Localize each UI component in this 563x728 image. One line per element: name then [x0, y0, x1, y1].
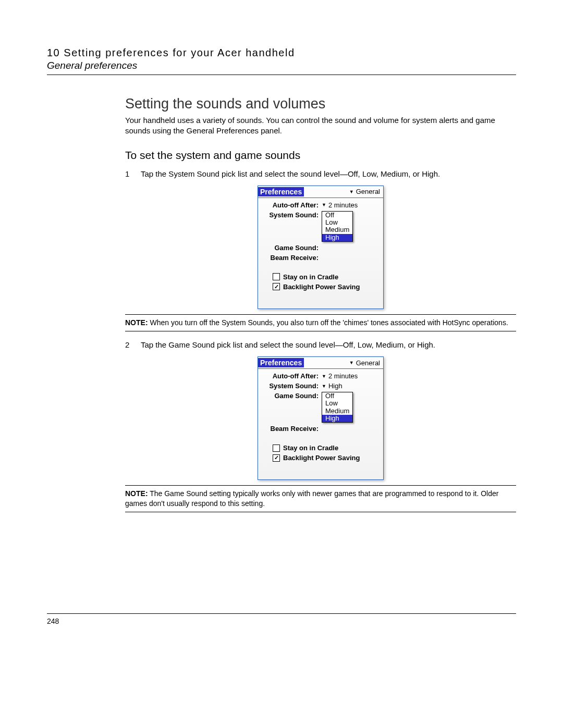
picklist-option-medium[interactable]: Medium — [322, 226, 352, 233]
preferences-panel-1: Preferences ▼ General Auto-off After: ▼ … — [258, 186, 384, 309]
page-footer: 248 — [47, 613, 516, 625]
backlight-checkbox[interactable]: ✓ Backlight Power Saving — [273, 454, 379, 462]
step-1: 1 Tap the System Sound pick list and sel… — [125, 169, 516, 179]
step-1-number: 1 — [125, 169, 141, 179]
note-1-label: NOTE: — [125, 318, 148, 327]
backlight-label: Backlight Power Saving — [283, 283, 360, 291]
chevron-down-icon: ▼ — [349, 189, 354, 194]
category-picker[interactable]: ▼ General — [349, 359, 380, 367]
beam-receive-label: Beam Receive: — [262, 254, 322, 262]
note-2-text: The Game Sound setting typically works o… — [125, 489, 498, 508]
divider — [125, 314, 516, 315]
system-sound-picker[interactable]: ▼ High — [322, 382, 342, 390]
chevron-down-icon: ▼ — [322, 384, 326, 389]
step-1-text: Tap the System Sound pick list and selec… — [141, 169, 516, 179]
picklist-option-low[interactable]: Low — [322, 400, 352, 407]
autooff-picker[interactable]: ▼ 2 minutes — [322, 372, 358, 380]
game-sound-picklist[interactable]: Off Low Medium High — [322, 392, 353, 423]
autooff-value: 2 minutes — [328, 201, 358, 209]
stay-in-cradle-checkbox[interactable]: Stay on in Cradle — [273, 444, 379, 452]
autooff-label: Auto-off After: — [262, 201, 322, 209]
page-header: 10 Setting preferences for your Acer han… — [47, 47, 516, 75]
note-2-label: NOTE: — [125, 489, 148, 498]
system-sound-picklist[interactable]: Off Low Medium High — [322, 211, 353, 242]
intro-text: Your handheld uses a variety of sounds. … — [125, 115, 516, 137]
checkbox-unchecked-icon — [273, 273, 280, 280]
autooff-value: 2 minutes — [328, 372, 358, 380]
picklist-option-low[interactable]: Low — [322, 219, 352, 226]
section-name: General preferences — [47, 60, 516, 71]
chevron-down-icon: ▼ — [322, 374, 326, 379]
picklist-option-off[interactable]: Off — [322, 392, 352, 400]
system-sound-label: System Sound: — [262, 211, 322, 219]
game-sound-label: Game Sound: — [262, 244, 322, 252]
chevron-down-icon: ▼ — [322, 202, 326, 207]
chevron-down-icon: ▼ — [349, 360, 354, 365]
picklist-option-high[interactable]: High — [322, 234, 352, 241]
autooff-picker[interactable]: ▼ 2 minutes — [322, 201, 358, 209]
backlight-checkbox[interactable]: ✓ Backlight Power Saving — [273, 283, 379, 291]
panel-title: Preferences — [258, 187, 304, 196]
category-picker[interactable]: ▼ General — [349, 188, 380, 195]
section-title: Setting the sounds and volumes — [125, 96, 516, 112]
stay-in-cradle-checkbox[interactable]: Stay on in Cradle — [273, 273, 379, 281]
picklist-option-high[interactable]: High — [322, 415, 352, 422]
game-sound-label: Game Sound: — [262, 392, 322, 400]
step-2: 2 Tap the Game Sound pick list and selec… — [125, 340, 516, 350]
picklist-option-off[interactable]: Off — [322, 212, 352, 219]
divider — [125, 485, 516, 486]
autooff-label: Auto-off After: — [262, 372, 322, 380]
checkbox-checked-icon: ✓ — [273, 283, 280, 290]
step-2-text: Tap the Game Sound pick list and select … — [141, 340, 516, 350]
note-1: NOTE: When you turn off the System Sound… — [125, 318, 516, 328]
stay-cradle-label: Stay on in Cradle — [283, 444, 338, 452]
category-value: General — [356, 188, 380, 195]
stay-cradle-label: Stay on in Cradle — [283, 273, 338, 281]
beam-receive-label: Beam Receive: — [262, 425, 322, 433]
checkbox-checked-icon: ✓ — [273, 454, 280, 462]
panel-title: Preferences — [258, 358, 304, 367]
backlight-label: Backlight Power Saving — [283, 454, 360, 462]
step-2-number: 2 — [125, 340, 141, 350]
preferences-panel-2: Preferences ▼ General Auto-off After: ▼ … — [258, 356, 384, 480]
divider — [125, 331, 516, 331]
checkbox-unchecked-icon — [273, 445, 280, 452]
chapter-title: 10 Setting preferences for your Acer han… — [47, 47, 516, 59]
system-sound-label: System Sound: — [262, 382, 322, 390]
note-1-text: When you turn off the System Sounds, you… — [150, 318, 508, 327]
picklist-option-medium[interactable]: Medium — [322, 408, 352, 415]
note-2: NOTE: The Game Sound setting typically w… — [125, 489, 516, 509]
category-value: General — [356, 359, 380, 367]
system-sound-value: High — [328, 382, 342, 390]
subheading: To set the system and game sounds — [125, 149, 516, 162]
page-number: 248 — [47, 617, 59, 625]
divider — [125, 512, 516, 512]
